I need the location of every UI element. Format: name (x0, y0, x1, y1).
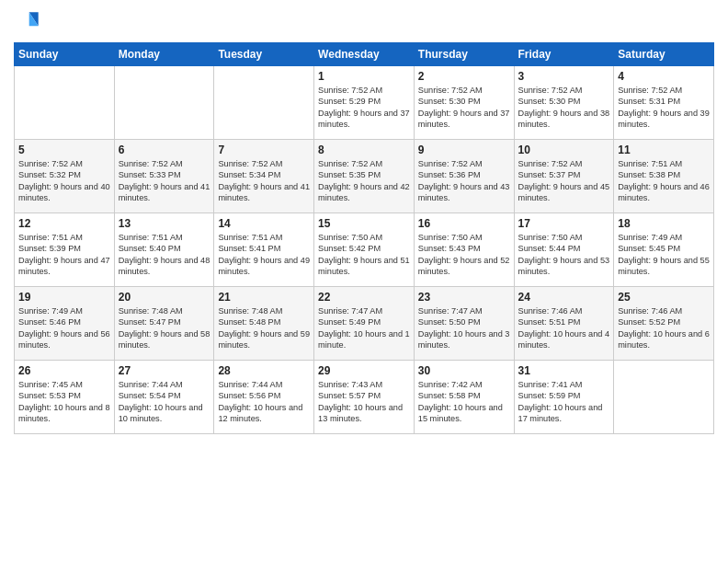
logo (14, 9, 45, 37)
calendar-cell: 30Sunrise: 7:42 AM Sunset: 5:58 PM Dayli… (414, 361, 514, 434)
day-info: Sunrise: 7:52 AM Sunset: 5:36 PM Dayligh… (418, 158, 510, 204)
week-row-4: 19Sunrise: 7:49 AM Sunset: 5:46 PM Dayli… (15, 287, 714, 361)
day-info: Sunrise: 7:48 AM Sunset: 5:47 PM Dayligh… (119, 305, 210, 351)
calendar-cell: 23Sunrise: 7:47 AM Sunset: 5:50 PM Dayli… (414, 287, 514, 361)
calendar-cell: 6Sunrise: 7:52 AM Sunset: 5:33 PM Daylig… (114, 140, 214, 213)
calendar-cell: 20Sunrise: 7:48 AM Sunset: 5:47 PM Dayli… (114, 287, 214, 361)
calendar-cell: 4Sunrise: 7:52 AM Sunset: 5:31 PM Daylig… (614, 66, 714, 140)
day-info: Sunrise: 7:51 AM Sunset: 5:41 PM Dayligh… (218, 232, 310, 278)
calendar-cell: 2Sunrise: 7:52 AM Sunset: 5:30 PM Daylig… (414, 66, 514, 140)
day-info: Sunrise: 7:44 AM Sunset: 5:56 PM Dayligh… (218, 379, 310, 425)
calendar-cell: 29Sunrise: 7:43 AM Sunset: 5:57 PM Dayli… (314, 361, 415, 434)
calendar-cell: 21Sunrise: 7:48 AM Sunset: 5:48 PM Dayli… (214, 287, 314, 361)
weekday-header-sunday: Sunday (15, 43, 115, 66)
day-number: 7 (218, 144, 310, 156)
day-number: 3 (518, 70, 610, 83)
calendar-cell: 31Sunrise: 7:41 AM Sunset: 5:59 PM Dayli… (514, 361, 614, 434)
week-row-5: 26Sunrise: 7:45 AM Sunset: 5:53 PM Dayli… (15, 361, 714, 434)
calendar-cell: 10Sunrise: 7:52 AM Sunset: 5:37 PM Dayli… (514, 140, 614, 213)
weekday-header-row: SundayMondayTuesdayWednesdayThursdayFrid… (15, 43, 714, 66)
day-number: 8 (318, 144, 410, 156)
day-info: Sunrise: 7:48 AM Sunset: 5:48 PM Dayligh… (218, 305, 310, 351)
day-info: Sunrise: 7:52 AM Sunset: 5:29 PM Dayligh… (318, 85, 410, 131)
day-number: 27 (119, 364, 210, 377)
day-number: 30 (418, 364, 510, 377)
day-number: 1 (318, 70, 410, 83)
calendar-cell: 18Sunrise: 7:49 AM Sunset: 5:45 PM Dayli… (614, 213, 714, 287)
day-number: 15 (318, 217, 410, 230)
day-info: Sunrise: 7:52 AM Sunset: 5:37 PM Dayligh… (518, 158, 610, 204)
day-info: Sunrise: 7:49 AM Sunset: 5:45 PM Dayligh… (618, 232, 710, 278)
calendar-cell: 16Sunrise: 7:50 AM Sunset: 5:43 PM Dayli… (414, 213, 514, 287)
weekday-header-monday: Monday (114, 43, 214, 66)
day-info: Sunrise: 7:45 AM Sunset: 5:53 PM Dayligh… (18, 379, 110, 425)
calendar-cell: 17Sunrise: 7:50 AM Sunset: 5:44 PM Dayli… (514, 213, 614, 287)
calendar-cell: 24Sunrise: 7:46 AM Sunset: 5:51 PM Dayli… (514, 287, 614, 361)
day-number: 24 (518, 291, 610, 304)
calendar-cell: 13Sunrise: 7:51 AM Sunset: 5:40 PM Dayli… (114, 213, 214, 287)
calendar-cell: 27Sunrise: 7:44 AM Sunset: 5:54 PM Dayli… (114, 361, 214, 434)
day-info: Sunrise: 7:52 AM Sunset: 5:32 PM Dayligh… (18, 158, 110, 204)
day-number: 14 (218, 217, 310, 230)
day-number: 12 (18, 217, 110, 230)
calendar-table: SundayMondayTuesdayWednesdayThursdayFrid… (14, 42, 714, 434)
day-info: Sunrise: 7:52 AM Sunset: 5:30 PM Dayligh… (418, 85, 510, 131)
week-row-3: 12Sunrise: 7:51 AM Sunset: 5:39 PM Dayli… (15, 213, 714, 287)
weekday-header-wednesday: Wednesday (314, 43, 415, 66)
day-info: Sunrise: 7:49 AM Sunset: 5:46 PM Dayligh… (18, 305, 110, 351)
day-number: 9 (418, 144, 510, 156)
calendar-cell: 26Sunrise: 7:45 AM Sunset: 5:53 PM Dayli… (15, 361, 115, 434)
day-number: 16 (418, 217, 510, 230)
day-number: 5 (18, 144, 110, 156)
day-number: 6 (119, 144, 210, 156)
day-info: Sunrise: 7:43 AM Sunset: 5:57 PM Dayligh… (318, 379, 410, 425)
day-info: Sunrise: 7:52 AM Sunset: 5:34 PM Dayligh… (218, 158, 310, 204)
day-number: 10 (518, 144, 610, 156)
day-number: 4 (618, 70, 710, 83)
day-info: Sunrise: 7:52 AM Sunset: 5:31 PM Dayligh… (618, 85, 710, 131)
calendar-cell: 7Sunrise: 7:52 AM Sunset: 5:34 PM Daylig… (214, 140, 314, 213)
calendar-cell (614, 361, 714, 434)
calendar-cell: 12Sunrise: 7:51 AM Sunset: 5:39 PM Dayli… (15, 213, 115, 287)
day-number: 21 (218, 291, 310, 304)
day-info: Sunrise: 7:47 AM Sunset: 5:49 PM Dayligh… (318, 305, 410, 351)
day-number: 22 (318, 291, 410, 304)
day-info: Sunrise: 7:52 AM Sunset: 5:30 PM Dayligh… (518, 85, 610, 131)
weekday-header-saturday: Saturday (614, 43, 714, 66)
day-info: Sunrise: 7:51 AM Sunset: 5:38 PM Dayligh… (618, 158, 710, 204)
day-number: 18 (618, 217, 710, 230)
day-info: Sunrise: 7:50 AM Sunset: 5:43 PM Dayligh… (418, 232, 510, 278)
day-number: 28 (218, 364, 310, 377)
calendar-cell: 9Sunrise: 7:52 AM Sunset: 5:36 PM Daylig… (414, 140, 514, 213)
calendar-cell: 28Sunrise: 7:44 AM Sunset: 5:56 PM Dayli… (214, 361, 314, 434)
day-info: Sunrise: 7:44 AM Sunset: 5:54 PM Dayligh… (119, 379, 210, 425)
calendar-cell (114, 66, 214, 140)
day-info: Sunrise: 7:51 AM Sunset: 5:40 PM Dayligh… (119, 232, 210, 278)
day-info: Sunrise: 7:46 AM Sunset: 5:52 PM Dayligh… (618, 305, 710, 351)
day-number: 26 (18, 364, 110, 377)
weekday-header-tuesday: Tuesday (214, 43, 314, 66)
calendar-cell (214, 66, 314, 140)
logo-icon (14, 9, 41, 37)
day-info: Sunrise: 7:52 AM Sunset: 5:33 PM Dayligh… (119, 158, 210, 204)
week-row-2: 5Sunrise: 7:52 AM Sunset: 5:32 PM Daylig… (15, 140, 714, 213)
day-info: Sunrise: 7:41 AM Sunset: 5:59 PM Dayligh… (518, 379, 610, 425)
calendar-cell: 14Sunrise: 7:51 AM Sunset: 5:41 PM Dayli… (214, 213, 314, 287)
calendar-page: SundayMondayTuesdayWednesdayThursdayFrid… (0, 0, 728, 563)
day-number: 17 (518, 217, 610, 230)
day-number: 25 (618, 291, 710, 304)
calendar-cell: 1Sunrise: 7:52 AM Sunset: 5:29 PM Daylig… (314, 66, 415, 140)
calendar-cell: 8Sunrise: 7:52 AM Sunset: 5:35 PM Daylig… (314, 140, 415, 213)
weekday-header-friday: Friday (514, 43, 614, 66)
day-number: 29 (318, 364, 410, 377)
day-number: 13 (119, 217, 210, 230)
day-info: Sunrise: 7:47 AM Sunset: 5:50 PM Dayligh… (418, 305, 510, 351)
day-number: 19 (18, 291, 110, 304)
day-number: 11 (618, 144, 710, 156)
calendar-cell: 5Sunrise: 7:52 AM Sunset: 5:32 PM Daylig… (15, 140, 115, 213)
day-number: 20 (119, 291, 210, 304)
day-number: 2 (418, 70, 510, 83)
header (14, 9, 714, 37)
week-row-1: 1Sunrise: 7:52 AM Sunset: 5:29 PM Daylig… (15, 66, 714, 140)
day-info: Sunrise: 7:50 AM Sunset: 5:42 PM Dayligh… (318, 232, 410, 278)
